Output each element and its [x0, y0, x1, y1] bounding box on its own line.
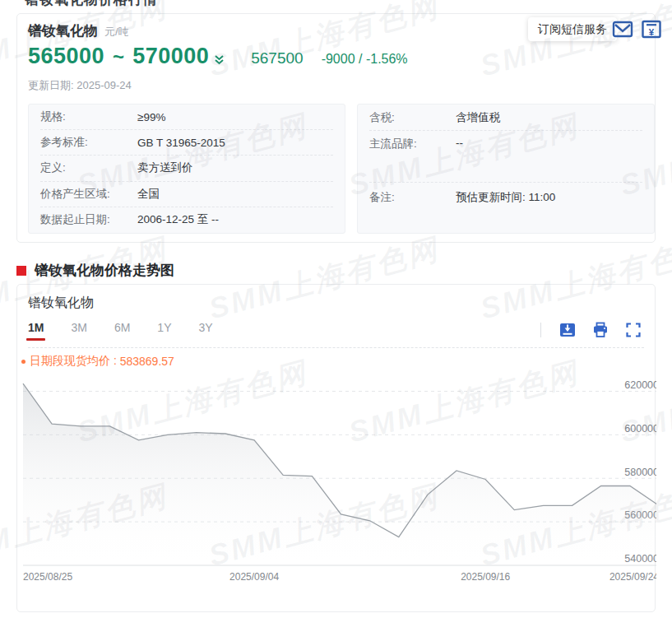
spec-value: 2006-12-25 至 --: [137, 212, 219, 227]
tab-1y[interactable]: 1Y: [157, 321, 171, 341]
spec-row: 价格产生区域:全国: [40, 182, 333, 207]
spec-label: 含税:: [369, 110, 456, 125]
chart-section-title: 镨钕氧化物价格走势图: [35, 261, 174, 280]
spec-value: 卖方送到价: [137, 160, 193, 175]
mail-icon[interactable]: [611, 18, 634, 40]
save-image-icon[interactable]: [559, 322, 576, 338]
x-axis-label: 2025/09/04: [229, 571, 279, 583]
y-axis-label: 620000: [624, 379, 656, 391]
toolbar-separator: [28, 347, 644, 348]
x-axis-label: 2025/08/25: [23, 571, 72, 583]
chevron-double-down-icon: [214, 53, 225, 68]
product-title: 镨钕氧化物: [28, 21, 98, 40]
toolbar-divider: [540, 323, 541, 337]
spec-label: 价格产生区域:: [40, 187, 137, 202]
print-icon[interactable]: [592, 322, 609, 338]
x-axis-label: 2025/09/16: [461, 571, 510, 583]
spec-row: 规格:≥99%: [40, 105, 333, 130]
spec-label: 主流品牌:: [369, 137, 456, 151]
x-axis-label: 2025/09/24: [609, 571, 656, 583]
spec-label: 参考标准:: [40, 135, 137, 150]
spec-row: 数据起止日期:2006-12-25 至 --: [40, 207, 333, 233]
price-trend-chart[interactable]: 5400005600005800006000006200002025/08/25…: [17, 363, 656, 593]
update-date-label: 更新日期:: [28, 79, 74, 91]
spec-label: 定义:: [40, 160, 137, 175]
price-row: 565000 ~ 570000 567500 -9000 / -1.56%: [28, 44, 408, 69]
red-square-bullet-icon: [16, 266, 26, 276]
spec-row: 备注:预估更新时间: 11:00: [369, 183, 642, 233]
clipped-page-heading: 镨钕氧化物价格行情: [25, 0, 158, 9]
fullscreen-icon[interactable]: [625, 322, 642, 338]
price-range-high: 570000: [132, 44, 209, 69]
time-range-tabs: 1M3M6M1Y3Y: [28, 321, 240, 341]
chart-section-header: 镨钕氧化物价格走势图: [16, 261, 174, 280]
spec-value: --: [456, 137, 463, 149]
spec-row: 含税:含增值税: [369, 105, 642, 131]
spec-value: 全国: [137, 187, 160, 202]
subscribe-sms-tooltip[interactable]: 订阅短信服务: [528, 17, 617, 41]
tab-1m[interactable]: 1M: [28, 321, 44, 341]
update-date-value: 2025-09-24: [76, 79, 132, 91]
y-axis-label: 580000: [624, 467, 656, 478]
price-change: -9000 / -1.56%: [322, 52, 408, 67]
price-trend-chart-card: 镨钕氧化物 1M3M6M1Y3Y: [16, 284, 656, 612]
spec-panels: 规格:≥99%参考标准:GB T 31965-2015定义:卖方送到价价格产生区…: [28, 104, 655, 234]
update-date-row: 更新日期: 2025-09-24: [28, 78, 132, 93]
spec-value: GB T 31965-2015: [137, 137, 225, 149]
tab-6m[interactable]: 6M: [114, 321, 130, 341]
spec-row: 主流品牌:--: [369, 131, 642, 183]
area-fill: [23, 383, 656, 565]
tab-3m[interactable]: 3M: [71, 321, 86, 341]
spec-label: 数据起止日期:: [40, 212, 137, 227]
y-axis-label: 600000: [624, 423, 656, 434]
price-range-tilde: ~: [113, 45, 124, 68]
spec-value: 含增值税: [456, 110, 500, 125]
spec-label: 规格:: [40, 109, 137, 124]
chart-toolbar: [540, 322, 642, 338]
tab-3y[interactable]: 3Y: [198, 321, 212, 341]
spec-panel-left: 规格:≥99%参考标准:GB T 31965-2015定义:卖方送到价价格产生区…: [28, 104, 345, 234]
spec-row: 参考标准:GB T 31965-2015: [40, 130, 333, 156]
price-summary-card: 镨钕氧化物 元/吨 565000 ~ 570000 567500 -9000 /…: [16, 13, 656, 243]
spec-panel-right: 含税:含增值税主流品牌:--备注:预估更新时间: 11:00: [357, 104, 655, 234]
spec-row: 定义:卖方送到价: [40, 156, 333, 181]
spec-label: 备注:: [369, 190, 456, 205]
yen-subscription-icon[interactable]: ¥: [640, 18, 663, 40]
price-card-header: 镨钕氧化物 元/吨: [28, 21, 129, 40]
spec-value: ≥99%: [137, 111, 165, 123]
page-root: 镨钕氧化物价格行情 镨钕氧化物 元/吨 565000 ~ 570000 5675…: [0, 0, 672, 618]
price-range-low: 565000: [28, 44, 104, 69]
chart-title: 镨钕氧化物: [28, 295, 94, 312]
price-unit: 元/吨: [104, 25, 129, 39]
average-price: 567500: [251, 49, 303, 67]
svg-text:¥: ¥: [649, 27, 655, 37]
spec-value: 预估更新时间: 11:00: [456, 190, 555, 205]
